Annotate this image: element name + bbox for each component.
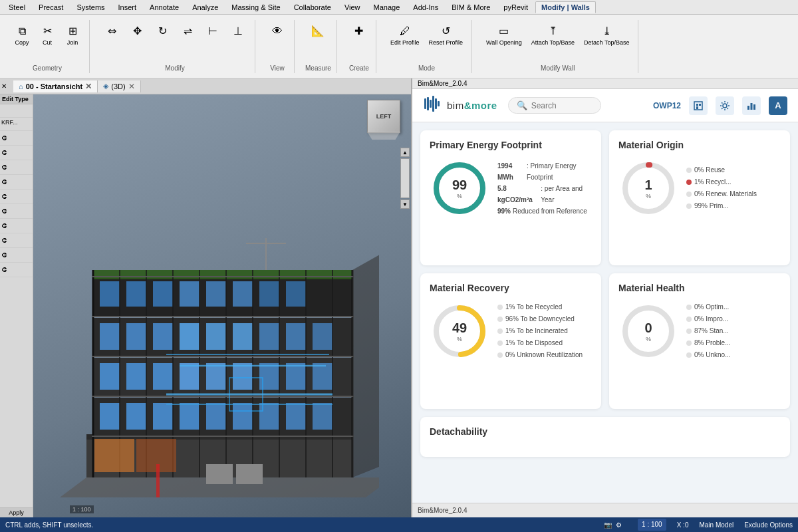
trim-icon: ⊢ xyxy=(205,23,221,39)
tab-manage[interactable]: Manage xyxy=(368,1,406,13)
settings-icon[interactable] xyxy=(716,96,734,115)
main-area: ✕ ⌂ 00 - Startansicht ✕ ◈ (3D) ✕ Edit Ty… xyxy=(0,78,798,517)
svg-rect-22 xyxy=(313,363,332,390)
svg-rect-41 xyxy=(259,281,279,307)
material-health-donut: 0 % xyxy=(618,301,678,361)
tab-massing[interactable]: Massing & Site xyxy=(225,1,286,13)
svg-rect-32 xyxy=(313,323,332,350)
view-btn[interactable]: 👁 xyxy=(266,21,289,41)
primary-energy-value: 99 xyxy=(452,178,467,193)
status-model-selector[interactable]: Main Model xyxy=(699,521,733,529)
revit-left-panel: Edit Type KRF... ⮈ ⮈ ⮈ ⮈ ⮈ ⮈ ⮈ ⮈ ⮈ ⮈ App… xyxy=(0,94,33,517)
tab-steel[interactable]: Steel xyxy=(3,1,31,13)
nav-cube[interactable]: LEFT xyxy=(367,100,400,140)
building-icon[interactable] xyxy=(689,96,708,115)
svg-rect-63 xyxy=(156,464,160,497)
owp-nav-item[interactable]: OWP12 xyxy=(653,101,681,110)
scissors-icon: ✂ xyxy=(39,23,55,39)
ribbon-group-measure: 📐 Measure xyxy=(300,20,337,73)
svg-rect-79 xyxy=(696,104,698,106)
geometry-label: Geometry xyxy=(33,65,62,72)
tab-systems[interactable]: Systems xyxy=(70,1,110,13)
material-recovery-title: Material Recovery xyxy=(430,283,592,293)
align-button[interactable]: ⇔ xyxy=(100,21,123,41)
reset-profile-btn[interactable]: ↺Reset Profile xyxy=(425,21,466,48)
mode-buttons: 🖊Edit Profile ↺Reset Profile xyxy=(387,21,466,48)
material-origin-legend: 0% Reuse 1% Recycl... 0% Renew. Material… xyxy=(686,164,757,212)
search-box[interactable]: 🔍 xyxy=(508,97,601,114)
rotate-button[interactable]: ↻ xyxy=(151,21,174,41)
chart-icon[interactable] xyxy=(742,96,761,115)
svg-rect-73 xyxy=(427,97,429,110)
tab-analyze[interactable]: Analyze xyxy=(186,1,224,13)
copy-button[interactable]: ⧉Copy xyxy=(11,21,33,48)
move-icon: ✥ xyxy=(129,23,145,39)
detach-top-btn[interactable]: ⤓Detach Top/Base xyxy=(581,21,632,48)
svg-rect-37 xyxy=(153,281,173,307)
svg-rect-75 xyxy=(432,96,434,112)
svg-rect-72 xyxy=(424,98,426,109)
close-all-icon[interactable]: ✕ xyxy=(1,82,7,90)
user-icon[interactable]: A xyxy=(769,96,787,115)
svg-rect-85 xyxy=(753,104,755,110)
tab-bimmore[interactable]: BIM & More xyxy=(446,1,496,13)
measure-btn[interactable]: 📐 xyxy=(307,21,329,41)
svg-rect-28 xyxy=(206,323,226,350)
svg-rect-34 xyxy=(93,270,352,279)
scroll-down-btn[interactable]: ▼ xyxy=(400,200,410,209)
search-input[interactable] xyxy=(531,101,585,110)
svg-rect-24 xyxy=(100,323,120,350)
tab-3d-close[interactable]: ✕ xyxy=(128,82,135,91)
status-scale[interactable]: 1 : 100 xyxy=(638,519,666,531)
material-health-legend: 0% Optim... 0% Impro... 87% Stan... 8% P… xyxy=(686,301,730,361)
primary-energy-content: 99 % 1994 MWh: Primary Energy Footprint … xyxy=(430,158,592,218)
apply-button[interactable]: Apply xyxy=(0,507,33,517)
revit-panel: ✕ ⌂ 00 - Startansicht ✕ ◈ (3D) ✕ Edit Ty… xyxy=(0,78,412,517)
attach-top-btn[interactable]: ⤒Attach Top/Base xyxy=(528,21,578,48)
primary-energy-title: Primary Energy Footprint xyxy=(430,140,592,150)
edit-profile-btn[interactable]: 🖊Edit Profile xyxy=(387,21,423,48)
svg-rect-84 xyxy=(751,103,753,110)
cut-button[interactable]: ✂Cut xyxy=(36,21,59,48)
svg-rect-30 xyxy=(259,323,279,350)
svg-rect-38 xyxy=(180,281,200,307)
material-recovery-donut-label: 49 % xyxy=(452,321,467,342)
trim-button[interactable]: ⊢ xyxy=(201,21,224,41)
svg-rect-36 xyxy=(126,281,146,307)
tab-addins[interactable]: Add-Ins xyxy=(407,1,444,13)
material-recovery-unit: % xyxy=(452,336,467,342)
tab-pyrevit[interactable]: pyRevit xyxy=(497,1,534,13)
modify-wall-buttons: ▭Wall Opening ⤒Attach Top/Base ⤓Detach T… xyxy=(483,21,632,48)
wall-opening-btn[interactable]: ▭Wall Opening xyxy=(483,21,525,48)
mirror-button[interactable]: ⇌ xyxy=(176,21,199,41)
geometry-buttons: ⧉Copy ✂Cut ⊞Join xyxy=(11,21,84,48)
ribbon-group-create: ✚ Create xyxy=(342,20,376,73)
svg-marker-69 xyxy=(352,251,379,477)
tab-insert[interactable]: Insert xyxy=(112,1,143,13)
material-health-title: Material Health xyxy=(618,283,781,293)
tab-collaborate[interactable]: Collaborate xyxy=(288,1,337,13)
tab-startansicht-close[interactable]: ✕ xyxy=(85,82,92,91)
tab-view[interactable]: View xyxy=(338,1,366,13)
svg-rect-77 xyxy=(438,101,440,106)
material-health-donut-label: 0 % xyxy=(644,321,652,342)
modify-wall-label: Modify Wall xyxy=(541,65,575,72)
tab-startansicht[interactable]: ⌂ 00 - Startansicht ✕ xyxy=(13,80,98,92)
scale-indicator: 1 : 100 xyxy=(70,505,94,513)
ribbon-group-geometry: ⧉Copy ✂Cut ⊞Join Geometry xyxy=(5,20,90,73)
tab-modify-walls[interactable]: Modify | Walls xyxy=(535,1,596,13)
status-icon-model: ⚙ xyxy=(616,521,622,529)
create-btn[interactable]: ✚ xyxy=(348,21,370,41)
status-options[interactable]: Exclude Options xyxy=(744,521,793,529)
scroll-up-btn[interactable]: ▲ xyxy=(400,148,410,157)
material-recovery-value: 49 xyxy=(452,321,467,336)
main-viewport[interactable]: LEFT ▲ ▼ xyxy=(33,94,411,517)
tab-precast[interactable]: Precast xyxy=(33,1,69,13)
split-button[interactable]: ⊥ xyxy=(227,21,249,41)
join-button[interactable]: ⊞Join xyxy=(61,21,84,48)
reset-profile-icon: ↺ xyxy=(438,23,454,39)
move-button[interactable]: ✥ xyxy=(126,21,148,41)
tab-3d[interactable]: ◈ (3D) ✕ xyxy=(98,80,140,92)
tab-annotate[interactable]: Annotate xyxy=(144,1,185,13)
svg-rect-83 xyxy=(747,106,749,110)
